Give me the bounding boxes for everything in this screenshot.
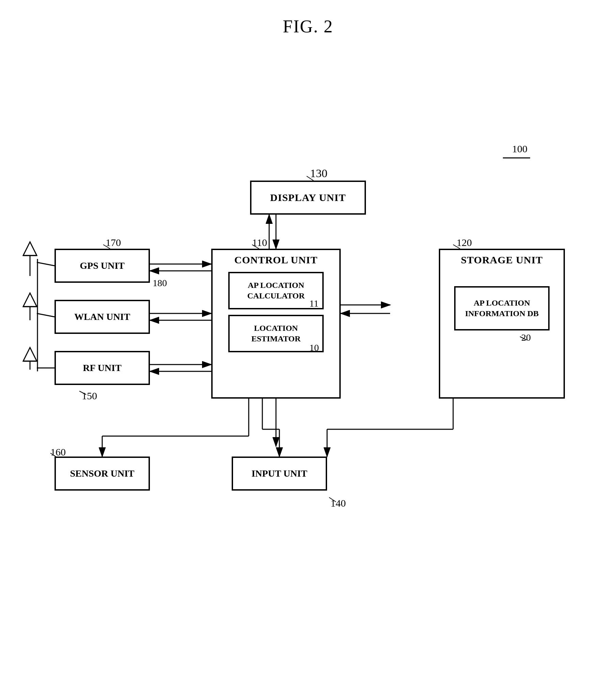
svg-line-12 bbox=[37, 262, 55, 266]
ref-100: 100 bbox=[512, 143, 527, 155]
gps-unit-label: GPS UNIT bbox=[80, 260, 124, 271]
ref-140: 140 bbox=[330, 497, 346, 509]
input-unit-box: INPUT UNIT bbox=[232, 457, 327, 491]
sensor-unit-box: SENSOR UNIT bbox=[55, 457, 150, 491]
svg-marker-4 bbox=[23, 242, 37, 256]
ap-location-calculator-label: AP LOCATIONCALCULATOR bbox=[247, 280, 305, 301]
location-estimator-label: LOCATIONESTIMATOR bbox=[251, 323, 301, 344]
ref-100-underline bbox=[503, 157, 530, 158]
figure-title: FIG. 2 bbox=[283, 16, 333, 36]
wlan-unit-label: WLAN UNIT bbox=[74, 311, 130, 322]
ref-180: 180 bbox=[153, 278, 167, 289]
display-unit-box: DISPLAY UNIT bbox=[250, 181, 366, 215]
ref-130: 130 bbox=[310, 167, 327, 180]
svg-marker-10 bbox=[23, 348, 37, 361]
ref-120: 120 bbox=[457, 237, 472, 248]
antenna-2 bbox=[23, 293, 37, 320]
svg-line-13 bbox=[37, 313, 55, 317]
ref-160: 160 bbox=[50, 446, 66, 458]
antenna-1 bbox=[23, 242, 37, 276]
control-unit-label: CONTROL UNIT bbox=[234, 254, 318, 266]
ap-db-box: AP LOCATIONINFORMATION DB bbox=[454, 286, 550, 330]
ap-db-label: AP LOCATIONINFORMATION DB bbox=[465, 298, 539, 319]
storage-unit-label: STORAGE UNIT bbox=[461, 254, 543, 266]
ref-170: 170 bbox=[106, 237, 121, 248]
ref-110: 110 bbox=[252, 237, 267, 248]
ref-20: 20 bbox=[521, 332, 531, 343]
ref-150: 150 bbox=[82, 390, 97, 402]
svg-marker-7 bbox=[23, 293, 37, 307]
rf-unit-label: RF UNIT bbox=[83, 362, 121, 373]
ref-11: 11 bbox=[309, 298, 319, 309]
sensor-unit-label: SENSOR UNIT bbox=[70, 468, 134, 479]
input-unit-label: INPUT UNIT bbox=[251, 468, 307, 479]
wlan-unit-box: WLAN UNIT bbox=[55, 300, 150, 334]
ref-10: 10 bbox=[309, 342, 319, 353]
gps-unit-box: GPS UNIT bbox=[55, 249, 150, 283]
rf-unit-box: RF UNIT bbox=[55, 351, 150, 385]
storage-unit-box: STORAGE UNIT AP LOCATIONINFORMATION DB bbox=[439, 249, 565, 399]
antenna-3 bbox=[23, 348, 37, 370]
control-unit-box: CONTROL UNIT AP LOCATIONCALCULATOR LOCAT… bbox=[211, 249, 341, 399]
display-unit-label: DISPLAY UNIT bbox=[270, 192, 346, 203]
